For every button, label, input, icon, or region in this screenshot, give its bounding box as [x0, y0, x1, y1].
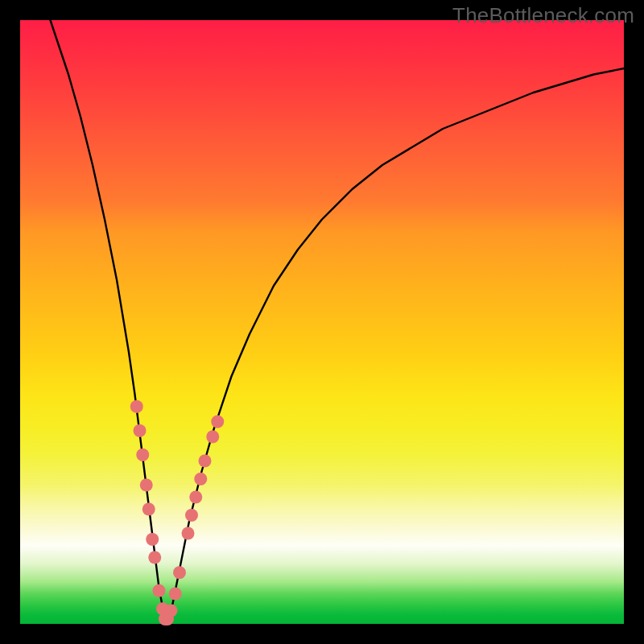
data-dot — [136, 448, 149, 461]
bottleneck-curve — [51, 20, 625, 621]
data-dot — [194, 473, 207, 485]
data-dot — [140, 479, 153, 492]
data-dot — [199, 455, 212, 468]
data-dot — [146, 533, 159, 546]
curve-plot — [20, 20, 624, 624]
data-dot — [182, 527, 195, 540]
data-dot — [206, 431, 219, 444]
data-dot — [130, 400, 143, 413]
data-dot — [148, 551, 161, 564]
data-dot — [189, 491, 202, 504]
data-dot — [173, 566, 186, 579]
data-dot — [185, 509, 198, 522]
data-dot — [134, 424, 147, 437]
data-dot — [169, 588, 182, 601]
data-dots — [130, 400, 225, 625]
data-dot — [211, 415, 224, 428]
data-dot — [142, 503, 155, 516]
data-dot — [153, 584, 166, 597]
data-dot — [165, 605, 178, 617]
